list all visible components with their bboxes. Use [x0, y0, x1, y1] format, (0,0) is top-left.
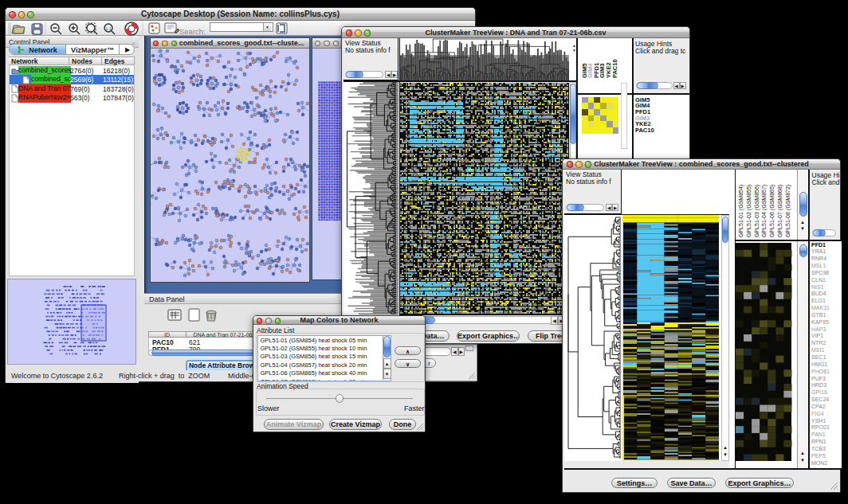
svg-text:1:1: 1:1 [106, 26, 112, 31]
svg-text:Search:: Search: [179, 27, 206, 36]
